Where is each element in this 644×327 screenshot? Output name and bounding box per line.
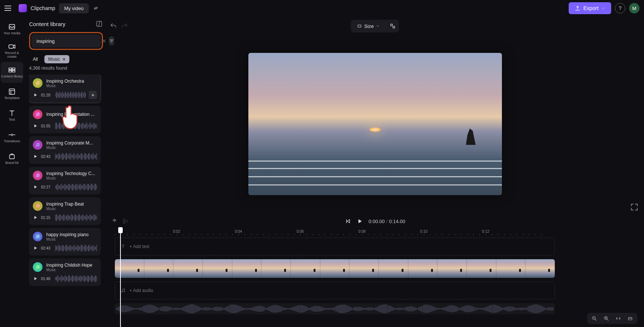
menu-button[interactable] bbox=[4, 3, 15, 13]
auto-enhance-button[interactable] bbox=[111, 218, 118, 225]
chip-music[interactable]: Music ✕ bbox=[44, 55, 69, 63]
canvas-column: Size bbox=[106, 16, 644, 327]
nav-sidebar: Your media Record & create Content libra… bbox=[0, 16, 24, 327]
app-name: Clipchamp bbox=[31, 5, 55, 11]
track-card[interactable]: Inspiring Corporate M... Music 02:43 bbox=[29, 136, 101, 164]
preview-play-button[interactable] bbox=[33, 245, 38, 251]
music-icon bbox=[33, 140, 43, 150]
svg-rect-3 bbox=[12, 68, 15, 70]
sidebar-item-content-library[interactable]: Content library bbox=[1, 62, 23, 83]
sidebar-item-brand-kit[interactable]: Brand kit bbox=[1, 148, 23, 169]
audio-track-placeholder[interactable]: + Add audio bbox=[115, 282, 555, 299]
track-subtitle: Music bbox=[46, 176, 95, 180]
svg-point-14 bbox=[37, 146, 37, 146]
svg-point-22 bbox=[37, 268, 37, 269]
playhead[interactable] bbox=[120, 228, 121, 327]
svg-point-27 bbox=[123, 219, 125, 221]
ruler-tick: 0:12 bbox=[482, 229, 489, 234]
zoom-out-button[interactable] bbox=[591, 315, 598, 322]
svg-point-12 bbox=[37, 115, 37, 116]
preview-play-button[interactable] bbox=[33, 184, 38, 190]
zoom-in-button[interactable] bbox=[603, 315, 610, 322]
split-button[interactable] bbox=[122, 218, 129, 225]
svg-point-28 bbox=[123, 222, 125, 224]
preview-play-button[interactable] bbox=[33, 123, 38, 128]
svg-point-18 bbox=[37, 207, 37, 207]
preview-area bbox=[108, 34, 642, 215]
skip-back-button[interactable] bbox=[345, 218, 351, 225]
redo-button[interactable] bbox=[121, 22, 128, 30]
ruler-tick: 0:08 bbox=[358, 229, 365, 234]
track-title: happy inspiring piano bbox=[46, 232, 88, 237]
sidebar-item-text[interactable]: Text bbox=[1, 105, 23, 126]
clear-search-button[interactable] bbox=[101, 37, 107, 45]
chip-all[interactable]: All bbox=[29, 55, 41, 63]
preview-play-button[interactable] bbox=[33, 154, 38, 159]
user-avatar[interactable]: M bbox=[629, 3, 640, 13]
svg-rect-26 bbox=[393, 26, 395, 28]
track-subtitle: Music bbox=[46, 146, 93, 150]
content-library-panel: Content library All Music ✕ 4,366 r bbox=[24, 16, 106, 327]
video-track[interactable] bbox=[115, 259, 555, 278]
help-button[interactable]: ? bbox=[615, 3, 625, 13]
svg-point-11 bbox=[38, 83, 39, 84]
aspect-ratio-button[interactable] bbox=[388, 21, 398, 31]
play-button[interactable] bbox=[356, 218, 363, 225]
text-icon bbox=[120, 244, 126, 249]
size-button[interactable]: Size bbox=[352, 22, 384, 31]
svg-rect-7 bbox=[10, 155, 15, 159]
export-button[interactable]: Export bbox=[569, 2, 611, 14]
track-card[interactable]: Inspiring Technology C... Music 02:27 bbox=[29, 167, 101, 194]
panel-expand-icon[interactable] bbox=[95, 20, 103, 28]
chip-remove-icon[interactable]: ✕ bbox=[62, 57, 66, 62]
timeline-ruler[interactable]: 0:020:040:060:080:100:12 bbox=[115, 228, 642, 238]
svg-rect-6 bbox=[9, 89, 15, 95]
track-card[interactable]: happy inspiring piano Music 02:43 bbox=[29, 228, 101, 255]
track-card[interactable]: Inspiring Orchestra Music 01:20 + bbox=[29, 74, 101, 103]
svg-rect-5 bbox=[12, 70, 15, 72]
track-duration: 02:43 bbox=[41, 246, 52, 250]
add-track-button[interactable]: + bbox=[89, 91, 97, 99]
sidebar-item-transitions[interactable]: Transitions bbox=[1, 127, 23, 147]
ruler-tick: 0:02 bbox=[173, 229, 180, 234]
svg-point-21 bbox=[38, 237, 39, 238]
undo-button[interactable] bbox=[110, 22, 117, 30]
track-title: Inspiring Childish Hope bbox=[46, 263, 92, 268]
track-duration: 01:20 bbox=[41, 93, 52, 97]
search-input[interactable] bbox=[37, 38, 99, 44]
waveform-preview bbox=[55, 275, 97, 282]
sidebar-item-record-create[interactable]: Record & create bbox=[1, 40, 23, 61]
canvas-toolbar: Size bbox=[108, 19, 642, 34]
audio-waveform-track[interactable] bbox=[115, 303, 555, 314]
track-title: Inspiring Technology C... bbox=[46, 171, 95, 176]
track-card[interactable]: Inspiring Presentation ... 01:55 bbox=[29, 106, 101, 133]
timeline-settings-button[interactable] bbox=[627, 315, 634, 322]
app-logo bbox=[19, 4, 27, 12]
time-display: 0:00.00/0:14.00 bbox=[368, 219, 405, 224]
sidebar-item-your-media[interactable]: Your media bbox=[1, 19, 23, 39]
text-track-placeholder[interactable]: + Add text bbox=[115, 238, 555, 255]
track-title: Inspiring Trap Beat bbox=[46, 201, 84, 207]
video-preview[interactable] bbox=[248, 53, 502, 195]
project-name[interactable]: My video bbox=[59, 3, 89, 13]
music-icon bbox=[33, 78, 43, 88]
track-list[interactable]: Inspiring Orchestra Music 01:20 + Inspir… bbox=[29, 74, 103, 327]
track-card[interactable]: Inspiring Trap Beat Music 01:15 bbox=[29, 197, 101, 225]
music-icon bbox=[33, 232, 43, 241]
preview-play-button[interactable] bbox=[33, 215, 38, 220]
music-icon bbox=[120, 288, 126, 293]
track-duration: 02:43 bbox=[41, 155, 52, 159]
sidebar-item-templates[interactable]: Templates bbox=[1, 83, 23, 104]
music-icon bbox=[33, 109, 43, 119]
waveform-preview bbox=[55, 214, 97, 221]
preview-play-button[interactable] bbox=[33, 92, 38, 98]
fit-timeline-button[interactable] bbox=[615, 315, 622, 322]
svg-point-19 bbox=[38, 206, 39, 207]
timeline-tracks[interactable]: + Add text + Add audio bbox=[108, 238, 642, 327]
track-subtitle: Music bbox=[46, 207, 84, 211]
preview-play-button[interactable] bbox=[33, 276, 38, 281]
svg-point-15 bbox=[38, 145, 39, 146]
track-card[interactable]: Inspiring Childish Hope Music 01:46 bbox=[29, 258, 101, 286]
fullscreen-button[interactable] bbox=[630, 203, 639, 212]
track-duration: 01:46 bbox=[41, 277, 52, 281]
